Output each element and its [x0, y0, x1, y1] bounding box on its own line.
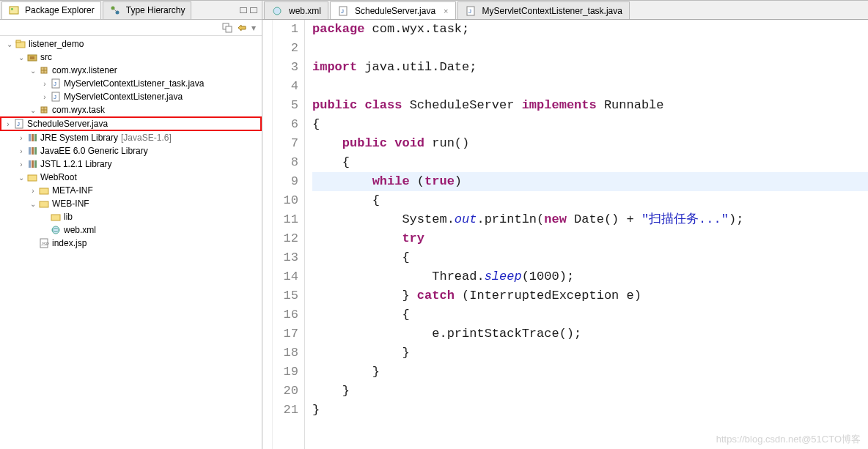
editor-tab-scheduleserver[interactable]: J ScheduleServer.java ×	[330, 1, 456, 19]
svg-rect-29	[29, 160, 31, 168]
svg-point-36	[52, 226, 59, 234]
tab-label: MyServletContextListener_task.java	[482, 6, 622, 16]
svg-line-4	[114, 9, 117, 12]
tree-label: com.wyx.listener	[52, 65, 117, 75]
twisty-icon[interactable]: ⌄	[28, 67, 38, 75]
editor-tab-bar: web.xml J ScheduleServer.java × J MyServ…	[262, 1, 868, 20]
java-file-node[interactable]: › J MyServletContextListener_task.java	[0, 77, 262, 90]
svg-rect-35	[51, 215, 60, 220]
tab-label: web.xml	[289, 6, 321, 16]
tree-label: WebRoot	[40, 172, 77, 182]
xml-file-node[interactable]: › web.xml	[0, 223, 262, 237]
java-file-icon: J	[50, 78, 62, 89]
tab-type-hierarchy[interactable]: Type Hierarchy	[103, 1, 192, 19]
line-number-gutter: 123 456 789 101112 131415 161718 192021	[273, 20, 305, 449]
java-file-node-highlighted[interactable]: › J ScheduleServer.java	[0, 116, 262, 131]
project-icon	[15, 38, 26, 50]
svg-rect-25	[34, 134, 37, 141]
twisty-icon[interactable]: ›	[28, 187, 38, 195]
code-editor[interactable]: 123 456 789 101112 131415 161718 192021 …	[262, 20, 868, 449]
tree-label: JRE System Library	[40, 133, 118, 143]
java-file-icon: J	[337, 5, 349, 17]
package-explorer-pane: Package Explorer Type Hierarchy ▾ ⌄ l	[0, 0, 262, 449]
library-node[interactable]: › JRE System Library [JavaSE-1.6]	[0, 131, 262, 144]
package-explorer-icon	[8, 4, 20, 16]
webinf-node[interactable]: ⌄ WEB-INF	[0, 197, 262, 210]
project-node[interactable]: ⌄ listener_demo	[0, 37, 262, 51]
twisty-icon[interactable]: ⌄	[28, 200, 38, 208]
jsp-file-icon: JSP	[38, 237, 50, 249]
minimize-icon[interactable]	[240, 7, 247, 13]
jsp-file-node[interactable]: › JSP index.jsp	[0, 237, 262, 250]
svg-rect-8	[16, 40, 21, 42]
twisty-icon[interactable]: ⌄	[28, 106, 38, 114]
tree-label: lib	[64, 212, 73, 222]
svg-text:J: J	[468, 8, 471, 15]
package-task-node[interactable]: ⌄ com.wyx.task	[0, 103, 262, 116]
svg-text:JSP: JSP	[41, 242, 49, 246]
package-listener-node[interactable]: ⌄ com.wyx.listener	[0, 64, 262, 77]
tab-label: ScheduleServer.java	[355, 6, 435, 16]
svg-rect-28	[34, 147, 37, 155]
code-content[interactable]: package com.wyx.task; import java.util.D…	[305, 20, 868, 449]
library-icon	[26, 132, 38, 144]
view-menu-icon[interactable]: ▾	[251, 23, 256, 33]
twisty-icon[interactable]: ›	[16, 147, 26, 155]
svg-rect-32	[28, 175, 37, 181]
folder-icon	[38, 185, 50, 196]
marker-column	[262, 20, 273, 449]
svg-text:J: J	[54, 81, 56, 87]
java-file-node[interactable]: › J MyServletContextListener.java	[0, 90, 262, 103]
explorer-toolbar: ▾	[0, 20, 262, 36]
folder-node[interactable]: › lib	[0, 210, 262, 223]
java-file-icon: J	[13, 118, 25, 130]
twisty-icon[interactable]: ⌄	[4, 40, 15, 48]
editor-pane: web.xml J ScheduleServer.java × J MyServ…	[262, 0, 868, 449]
link-editor-icon[interactable]	[237, 23, 247, 33]
package-icon	[38, 64, 50, 76]
twisty-icon[interactable]: ›	[16, 160, 26, 168]
twisty-icon[interactable]: ›	[3, 120, 13, 128]
watermark-text: https://blog.csdn.net@51CTO博客	[716, 433, 861, 446]
maximize-icon[interactable]	[250, 7, 257, 13]
xml-file-icon	[271, 5, 283, 17]
left-tab-bar: Package Explorer Type Hierarchy	[0, 1, 262, 20]
project-tree[interactable]: ⌄ listener_demo ⌄ src ⌄ com.wyx.listener…	[0, 36, 262, 449]
tree-label: web.xml	[64, 225, 96, 235]
svg-rect-1	[11, 8, 13, 10]
svg-rect-31	[34, 160, 37, 168]
tab-label: Package Explorer	[25, 5, 95, 15]
editor-tab-webxml[interactable]: web.xml	[264, 1, 328, 19]
webroot-node[interactable]: ⌄ WebRoot	[0, 171, 262, 184]
folder-node[interactable]: › META-INF	[0, 184, 262, 197]
tab-package-explorer[interactable]: Package Explorer	[1, 1, 101, 19]
twisty-icon[interactable]: ⌄	[16, 53, 26, 62]
tree-label: ScheduleServer.java	[27, 119, 108, 129]
svg-rect-27	[32, 147, 34, 155]
twisty-icon[interactable]: ›	[16, 134, 26, 142]
xml-file-icon	[50, 224, 62, 236]
src-node[interactable]: ⌄ src	[0, 51, 262, 64]
svg-rect-24	[32, 134, 34, 141]
tree-label: JSTL 1.2.1 Library	[40, 159, 112, 169]
tree-label: src	[40, 52, 52, 62]
svg-rect-0	[10, 7, 18, 14]
editor-tab-listener[interactable]: J MyServletContextListener_task.java	[457, 1, 630, 19]
twisty-icon[interactable]: ›	[40, 80, 50, 88]
library-node[interactable]: › JavaEE 6.0 Generic Library	[0, 144, 262, 157]
svg-rect-10	[30, 56, 34, 59]
library-node[interactable]: › JSTL 1.2.1 Library	[0, 157, 262, 171]
svg-rect-23	[29, 134, 31, 141]
tree-label: WEB-INF	[52, 198, 89, 209]
twisty-icon[interactable]: ⌄	[16, 174, 26, 182]
tree-label: com.wyx.task	[52, 105, 105, 115]
type-hierarchy-icon	[109, 4, 121, 16]
java-file-icon: J	[50, 91, 62, 103]
twisty-icon[interactable]: ›	[40, 93, 50, 101]
tree-label: listener_demo	[29, 39, 84, 49]
collapse-all-icon[interactable]	[222, 23, 232, 33]
tree-label: MyServletContextListener_task.java	[64, 78, 204, 89]
svg-rect-33	[40, 188, 48, 194]
package-icon	[38, 104, 50, 116]
close-icon[interactable]: ×	[444, 7, 448, 15]
